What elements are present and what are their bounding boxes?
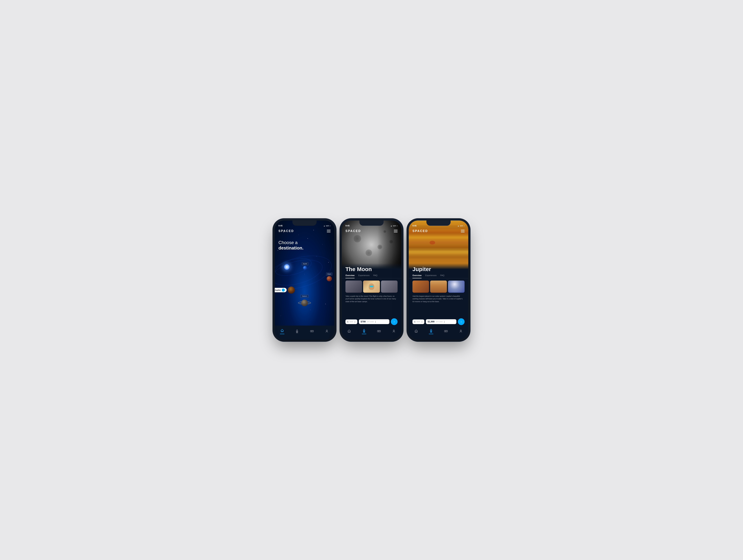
earth-planet [303,266,307,270]
svg-point-0 [297,331,297,332]
jupiter-price-selector[interactable]: $1,999 1ST CLASS ▲ ▼ [426,319,456,324]
seat-down-arrow[interactable]: ▼ [354,322,355,323]
jupiter-description: Visit the largest planet in our solar sy… [409,295,468,303]
moon-thumb-2[interactable] [363,281,380,293]
phone3-background: Jupiter Overview Experiences FAQ [409,221,468,339]
bottom-nav-3 [409,326,468,339]
nav-active-indicator-3 [429,334,433,334]
nav-ticket-2[interactable] [377,329,381,333]
nav-rocket-1[interactable] [295,329,299,333]
rocket-icon-3 [429,328,433,333]
jupiter-price-down-arrow[interactable]: ▼ [444,322,445,323]
moon-seat-count: 1 [347,321,348,323]
jupiter-tabs: Overview Experiences FAQ [409,272,468,278]
jupiter-title-area: Jupiter [409,263,468,272]
home-icon-2 [347,329,351,333]
sun [284,264,290,270]
moon-seat-label: SEAT [350,321,353,323]
status-time-1: 9:45 [278,225,282,227]
nav-home-3[interactable] [414,329,419,333]
tab-faq-3[interactable]: FAQ [440,274,444,278]
nav-rocket-2[interactable] [362,328,366,334]
menu-icon-2[interactable] [394,230,398,232]
nav-profile-2[interactable] [392,329,396,333]
seat-stepper-arrows[interactable]: ▲ ▼ [354,321,355,323]
moon-thumb-1[interactable] [345,281,362,293]
person-icon-1 [324,329,329,333]
price-up-arrow[interactable]: ▲ [375,321,376,322]
jupiter-thumb-3[interactable] [448,281,465,293]
ticket-icon-1 [310,329,314,333]
mars-group[interactable]: Mars [326,273,333,281]
moon-price-selector[interactable]: $799 1ST CLASS ▲ ▼ [359,319,389,324]
phone-2-moon-detail: The Moon Overview Experiences FAQ [342,221,401,339]
nav-profile-1[interactable] [324,329,329,333]
nav-home-2[interactable] [347,329,351,333]
choose-destination-heading: Choose a destination. [278,240,304,251]
battery-icon: ▪ [330,225,331,227]
tab-experiences-3[interactable]: Experiences [425,274,437,278]
phone1-background: Earth Mars Jupiter › [275,221,334,339]
tab-overview-3[interactable]: Overview [412,274,422,278]
nav-ticket-1[interactable] [310,329,314,333]
jupiter-arrow-icon: › [282,288,285,291]
phone1-header: SPACED [275,228,334,235]
notch-1 [293,221,317,226]
jupiter-booking-row: 1 SEAT ▲ ▼ $1,999 1ST CLASS ▲ [412,318,465,325]
wifi-icon: WiFi [326,225,329,227]
price-stepper-arrows[interactable]: ▲ ▼ [375,321,376,323]
moon-tabs: Overview Experiences FAQ [342,272,401,278]
jupiter-seat-down-arrow[interactable]: ▼ [422,322,423,323]
moon-title-area: The Moon [342,263,401,272]
menu-icon-3[interactable] [461,230,465,232]
saturn-group[interactable]: Saturn [298,294,311,307]
tab-experiences-2[interactable]: Experiences [358,274,369,278]
status-time-2: 9:45 [345,225,350,227]
saturn-planet-wrapper [298,298,311,307]
status-icons-1: ▲ WiFi ▪ [323,225,331,227]
moon-price-class: 1ST CLASS [367,321,374,322]
earth-label: Earth [302,262,308,265]
price-down-arrow[interactable]: ▼ [375,322,376,323]
jupiter-seat-stepper-arrows[interactable]: ▲ ▼ [422,321,423,323]
bottom-nav-1 [275,326,334,339]
nav-profile-3[interactable] [458,329,463,333]
bottom-nav-2 [342,326,401,339]
phones-container: Earth Mars Jupiter › [275,221,468,339]
mars-planet [326,276,332,281]
jupiter-seat-stepper[interactable]: 1 SEAT ▲ ▼ [412,319,424,324]
tab-overview-2[interactable]: Overview [345,274,355,278]
phone1-title-area: Choose a destination. [278,240,304,251]
status-icons-3: ▲ WiFi ▪ [457,225,465,227]
menu-icon-1[interactable] [327,230,331,232]
rocket-icon-1 [295,329,299,333]
moon-price-amount: $799 [361,320,366,323]
moon-thumbnails [342,278,401,295]
jupiter-thumb-2[interactable] [430,281,447,293]
signal-icon-3: ▲ [457,225,459,227]
notch-2 [359,221,384,226]
jupiter-thumb-1[interactable] [412,281,429,293]
moon-thumb-3[interactable] [381,281,398,293]
moon-seat-stepper[interactable]: 1 SEAT ▲ ▼ [345,319,357,324]
svg-point-8 [460,330,462,331]
seat-up-arrow[interactable]: ▲ [354,321,355,322]
nav-home-1[interactable] [280,328,285,334]
jupiter-group[interactable]: Jupiter › [275,286,295,293]
earth-group[interactable]: Earth [302,262,308,270]
person-icon-2 [392,329,396,333]
moon-book-button[interactable]: › [391,318,398,325]
phone2-background: The Moon Overview Experiences FAQ [342,221,401,339]
jupiter-price-up-arrow[interactable]: ▲ [444,321,445,322]
home-icon-1 [280,328,285,333]
jupiter-seat-up-arrow[interactable]: ▲ [422,321,423,322]
ticket-icon-3 [444,329,448,333]
svg-point-3 [364,331,364,331]
svg-point-6 [431,331,431,331]
nav-ticket-3[interactable] [444,329,448,333]
jupiter-book-button[interactable]: › [458,318,465,325]
tab-faq-2[interactable]: FAQ [373,274,377,278]
nav-rocket-3[interactable] [429,328,433,334]
notch-3 [426,221,450,226]
jupiter-price-stepper-arrows[interactable]: ▲ ▼ [444,321,445,323]
